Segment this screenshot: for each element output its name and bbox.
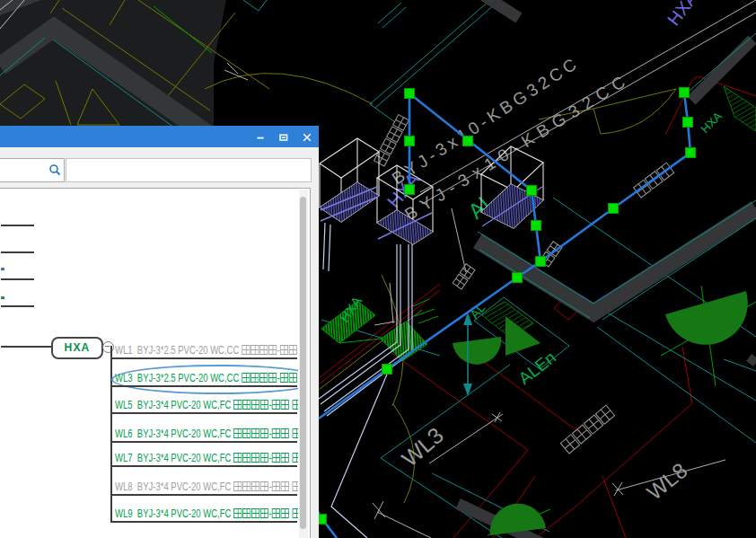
svg-text:ALEn: ALEn [515,348,560,388]
svg-text:HXA: HXA [699,109,725,136]
svg-text:WL8: WL8 [642,458,691,505]
svg-text:HXA: HXA [664,0,702,29]
svg-text:WL3: WL3 [397,422,448,472]
